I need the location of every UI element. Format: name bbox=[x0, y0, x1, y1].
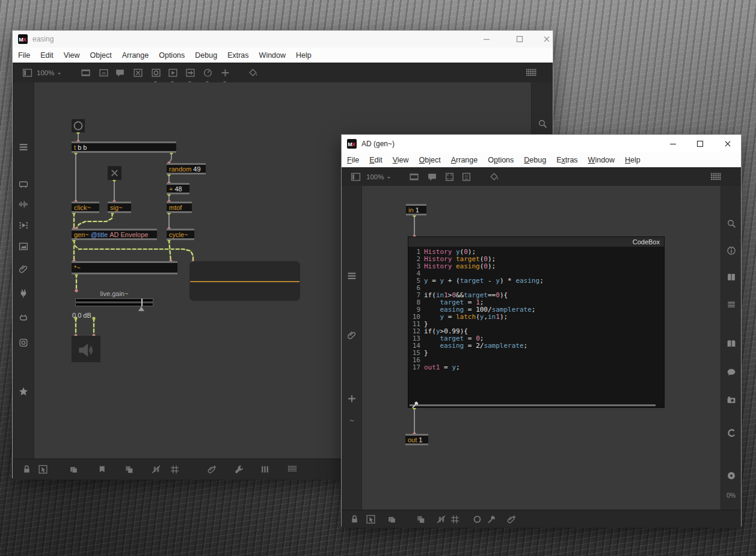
menu-arrange[interactable]: Arrange bbox=[451, 156, 478, 164]
paperclip-plus-icon[interactable] bbox=[207, 465, 217, 475]
right-sidebar-toggle-icon[interactable] bbox=[710, 172, 722, 182]
menu-view[interactable]: View bbox=[393, 156, 409, 164]
sidebar-toggle-icon[interactable] bbox=[22, 68, 32, 78]
menu-object[interactable]: Object bbox=[419, 156, 441, 164]
console-icon[interactable] bbox=[18, 179, 28, 189]
grid-icon[interactable] bbox=[170, 465, 180, 475]
menu-edit[interactable]: Edit bbox=[369, 156, 383, 164]
copies-icon[interactable] bbox=[124, 465, 134, 475]
object-box-random[interactable]: random 49 bbox=[167, 163, 206, 175]
object-box-sig[interactable]: sig~ bbox=[108, 202, 131, 213]
gain-triangle-handle[interactable] bbox=[138, 306, 144, 311]
zoom-select[interactable]: 100% bbox=[366, 173, 392, 181]
plug-icon[interactable] bbox=[18, 288, 28, 298]
record-icon[interactable] bbox=[726, 471, 736, 481]
wrench-icon[interactable] bbox=[234, 465, 244, 475]
menu-edit[interactable]: Edit bbox=[40, 51, 54, 60]
paperclip-icon[interactable] bbox=[346, 330, 357, 340]
bubble-icon[interactable] bbox=[726, 367, 736, 377]
plus-icon[interactable] bbox=[346, 394, 357, 404]
mixer-icon[interactable] bbox=[260, 465, 270, 475]
object-box-out-1[interactable]: out 1 bbox=[405, 434, 428, 445]
minimize-icon[interactable] bbox=[668, 139, 678, 149]
title-bar[interactable]: MX easing bbox=[13, 31, 553, 48]
sequence-icon[interactable] bbox=[18, 220, 28, 230]
gen-box-icon[interactable] bbox=[444, 172, 455, 182]
layers-icon[interactable] bbox=[69, 465, 79, 475]
minimize-icon[interactable] bbox=[482, 34, 491, 44]
menu-file[interactable]: File bbox=[347, 156, 359, 164]
object-box-plus-48[interactable]: + 48 bbox=[167, 183, 189, 194]
search-icon[interactable] bbox=[726, 218, 736, 229]
image-icon[interactable] bbox=[18, 241, 28, 252]
title-bar[interactable]: MX AD (gen~) bbox=[342, 135, 741, 152]
lock-icon[interactable] bbox=[22, 465, 32, 475]
toggle-icon[interactable] bbox=[133, 68, 143, 78]
gain-handle[interactable] bbox=[141, 298, 143, 306]
strike-icon[interactable] bbox=[151, 465, 161, 475]
toggle-object[interactable] bbox=[108, 166, 121, 180]
pointer-icon[interactable] bbox=[366, 514, 376, 524]
hamburger-icon[interactable] bbox=[18, 142, 28, 152]
close-icon[interactable] bbox=[542, 34, 552, 44]
object-box-gen[interactable]: gen~ @title AD Envelope bbox=[72, 229, 157, 240]
star-icon[interactable] bbox=[18, 386, 28, 397]
menu-window[interactable]: Window bbox=[259, 51, 286, 60]
message-box-icon[interactable]: m bbox=[99, 68, 109, 78]
comment-icon[interactable] bbox=[427, 172, 437, 182]
grid-icon[interactable] bbox=[450, 514, 460, 524]
menu-extras[interactable]: Extras bbox=[556, 156, 577, 164]
maximize-icon[interactable] bbox=[695, 139, 705, 149]
menu-help[interactable]: Help bbox=[625, 156, 641, 164]
ezdac-speaker-object[interactable] bbox=[72, 336, 100, 362]
live-gain-slider[interactable] bbox=[75, 298, 153, 307]
object-box-in-1[interactable]: in 1 bbox=[406, 204, 426, 215]
menu-options[interactable]: Options bbox=[159, 51, 185, 60]
compile-hammer-icon[interactable] bbox=[411, 400, 420, 409]
layers-icon[interactable] bbox=[387, 514, 397, 524]
object-box-icon[interactable] bbox=[81, 68, 91, 78]
zoom-select[interactable]: 100% bbox=[37, 69, 62, 76]
comment-icon[interactable] bbox=[115, 68, 125, 78]
menu-extras[interactable]: Extras bbox=[227, 51, 248, 60]
hammer-icon[interactable] bbox=[487, 514, 497, 524]
menu-debug[interactable]: Debug bbox=[195, 51, 217, 60]
maximize-icon[interactable] bbox=[515, 34, 524, 44]
caret-down-icon[interactable] bbox=[187, 76, 192, 82]
close-icon[interactable] bbox=[723, 139, 733, 149]
menu-help[interactable]: Help bbox=[296, 51, 312, 60]
menu-view[interactable]: View bbox=[64, 51, 80, 60]
bang-button-object[interactable] bbox=[72, 119, 85, 132]
codebox-scrollbar[interactable] bbox=[410, 404, 656, 406]
codebox-object[interactable]: CodeBox 1History y(0);2History target(0)… bbox=[408, 236, 665, 408]
camera-icon[interactable] bbox=[726, 395, 736, 405]
caret-down-icon[interactable] bbox=[170, 76, 175, 82]
object-box-trigger[interactable]: t b b bbox=[72, 141, 176, 153]
circle-icon[interactable] bbox=[472, 514, 482, 524]
caret-down-icon[interactable] bbox=[222, 76, 227, 82]
menu-arrange[interactable]: Arrange bbox=[122, 51, 149, 60]
codebox-icon[interactable]: code bbox=[461, 172, 472, 182]
menu-file[interactable]: File bbox=[18, 51, 30, 60]
paperclip-icon[interactable] bbox=[18, 264, 28, 274]
hamburger-icon[interactable] bbox=[346, 271, 357, 281]
info-icon[interactable] bbox=[726, 246, 736, 256]
caret-down-icon[interactable] bbox=[153, 76, 158, 82]
menu-window[interactable]: Window bbox=[588, 156, 615, 164]
columns-icon[interactable] bbox=[726, 272, 736, 282]
audio-meter-icon[interactable] bbox=[18, 199, 28, 209]
paperclip-plus-icon[interactable] bbox=[506, 514, 517, 524]
tilde-icon[interactable]: ~ bbox=[346, 416, 357, 426]
flag-icon[interactable] bbox=[97, 465, 107, 475]
lock-icon[interactable] bbox=[349, 514, 360, 524]
dot-grid-icon[interactable] bbox=[287, 465, 298, 475]
menu-debug[interactable]: Debug bbox=[524, 156, 546, 164]
object-box-click[interactable]: click~ bbox=[72, 202, 99, 213]
object-box-icon[interactable] bbox=[409, 172, 419, 182]
copies-icon[interactable] bbox=[416, 514, 426, 524]
list-icon[interactable] bbox=[726, 300, 736, 310]
frame-icon[interactable] bbox=[18, 338, 28, 348]
right-sidebar-toggle-icon[interactable] bbox=[526, 68, 538, 78]
sidebar-toggle-icon[interactable] bbox=[351, 172, 361, 182]
paint-bucket-icon[interactable] bbox=[248, 68, 258, 78]
